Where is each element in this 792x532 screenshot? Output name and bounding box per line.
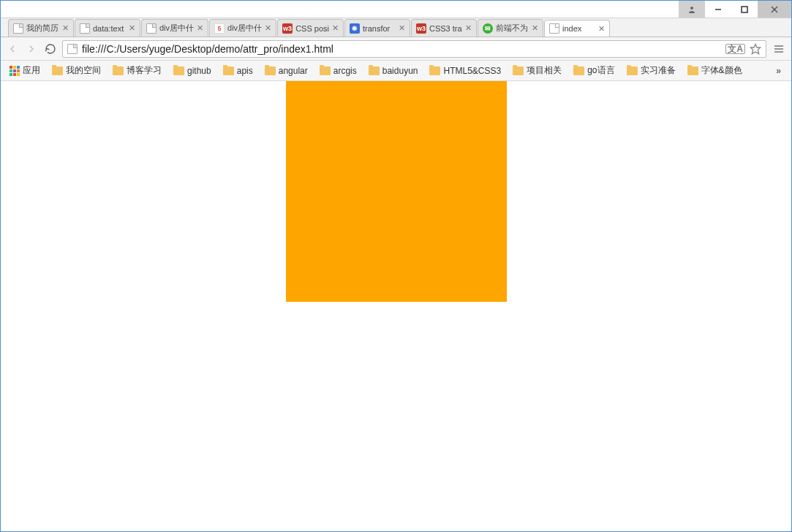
hamburger-icon [773,43,785,55]
bookmark-item-0[interactable]: 我的空间 [49,63,104,78]
tab-label: div居中什 [227,23,262,34]
bookmark-item-10[interactable]: 实习准备 [624,63,679,78]
back-button[interactable] [5,42,20,56]
w3-favicon-icon: w3 [282,23,293,34]
toolbar: 文A [1,37,791,61]
forward-button[interactable] [24,42,39,56]
tab-close-button[interactable]: ✕ [129,23,135,33]
tab-label: 我的简历 [26,23,59,34]
translate-icon[interactable]: 文A [725,44,745,54]
user-icon [687,5,696,14]
bookmark-item-6[interactable]: baiduyun [366,63,421,78]
tab-8[interactable]: index✕ [544,20,610,37]
file-favicon-icon [80,23,90,34]
bookmark-overflow-button[interactable]: » [772,66,785,76]
bookmark-label: 字体&颜色 [701,64,742,77]
folder-icon [113,66,124,75]
tab-label: data:text [93,24,126,33]
close-window-button[interactable] [758,1,791,18]
tab-5[interactable]: ❋transfor✕ [344,19,410,37]
tab-label: CSS posi [295,24,329,33]
folder-icon [223,66,234,75]
arrow-right-icon [26,43,37,55]
window-titlebar [1,1,791,18]
star-icon[interactable] [750,43,761,55]
omnibox-actions: 文A [725,43,761,55]
tab-close-button[interactable]: ✕ [598,24,605,34]
tab-close-button[interactable]: ✕ [532,23,538,33]
folder-icon [513,66,524,75]
tab-strip: 我的简历✕data:text✕div居中什✕5div居中什✕w3CSS posi… [1,18,791,37]
bookmark-item-7[interactable]: HTML5&CSS3 [426,63,504,78]
bookmark-item-3[interactable]: apis [220,63,256,78]
apps-label: 应用 [23,64,40,77]
folder-icon [265,66,276,75]
tab-close-button[interactable]: ✕ [399,23,405,33]
chrome-window: 我的简历✕data:text✕div居中什✕5div居中什✕w3CSS posi… [0,0,792,532]
bookmark-label: baiduyun [382,66,418,76]
tab-4[interactable]: w3CSS posi✕ [277,19,344,37]
tab-label: CSS3 tra [429,24,462,33]
w3-favicon-icon: w3 [416,23,426,34]
bookmark-item-4[interactable]: angular [262,63,311,78]
folder-icon [173,66,184,75]
bookmark-label: go语言 [587,64,614,77]
arrow-left-icon [7,43,18,55]
bookmark-item-9[interactable]: go语言 [570,63,617,78]
svg-marker-5 [750,44,760,53]
minimize-icon [714,6,722,13]
tab-label: index [562,24,595,33]
tab-3[interactable]: 5div居中什✕ [209,19,276,37]
reload-icon [45,43,56,55]
5f-favicon-icon: 5 [214,23,225,34]
tab-close-button[interactable]: ✕ [465,23,472,33]
tab-0[interactable]: 我的简历✕ [8,19,74,37]
bookmark-label: arcgis [333,66,357,76]
file-favicon-icon [146,23,156,34]
bookmark-items: 我的空间博客学习githubapisangulararcgisbaiduyunH… [49,63,745,78]
bookmark-item-2[interactable]: github [170,63,214,78]
folder-icon [320,66,331,75]
tab-label: transfor [363,24,396,33]
folder-icon [687,66,698,75]
bookmark-item-11[interactable]: 字体&颜色 [684,63,745,78]
tab-label: div居中什 [159,23,194,34]
tab-close-button[interactable]: ✕ [197,23,203,33]
centered-orange-box [286,81,507,302]
bookmark-label: apis [237,66,253,76]
baidu-favicon-icon: ❋ [350,23,360,34]
tab-close-button[interactable]: ✕ [265,23,271,33]
tab-7[interactable]: ✉前端不为✕ [478,19,543,37]
user-switcher-button[interactable] [679,1,705,18]
bookmark-item-5[interactable]: arcgis [317,63,360,78]
folder-icon [573,66,584,75]
bookmark-label: 项目相关 [527,64,562,77]
bookmark-label: github [187,66,211,76]
apps-grid-icon [10,66,20,76]
folder-icon [52,66,63,75]
bookmark-item-8[interactable]: 项目相关 [510,63,565,78]
bookmark-item-1[interactable]: 博客学习 [110,63,165,78]
tab-1[interactable]: data:text✕ [75,19,140,37]
svg-point-0 [690,7,693,10]
apps-shortcut[interactable]: 应用 [7,63,43,78]
bookmark-label: angular [279,66,308,76]
address-input[interactable] [82,43,721,55]
folder-icon [429,66,440,75]
address-bar[interactable]: 文A [62,40,766,58]
tab-close-button[interactable]: ✕ [62,23,69,33]
folder-icon [369,66,380,75]
tab-2[interactable]: div居中什✕ [141,19,208,37]
minimize-button[interactable] [705,1,731,18]
folder-icon [627,66,638,75]
svg-rect-2 [742,7,747,12]
bookmark-label: 实习准备 [641,64,676,77]
reload-button[interactable] [43,42,58,56]
tab-label: 前端不为 [496,23,529,34]
file-favicon-icon [13,23,23,34]
tab-close-button[interactable]: ✕ [332,23,339,33]
chrome-menu-button[interactable] [771,41,787,57]
maximize-button[interactable] [731,1,758,18]
page-viewport [1,81,791,531]
tab-6[interactable]: w3CSS3 tra✕ [411,19,477,37]
